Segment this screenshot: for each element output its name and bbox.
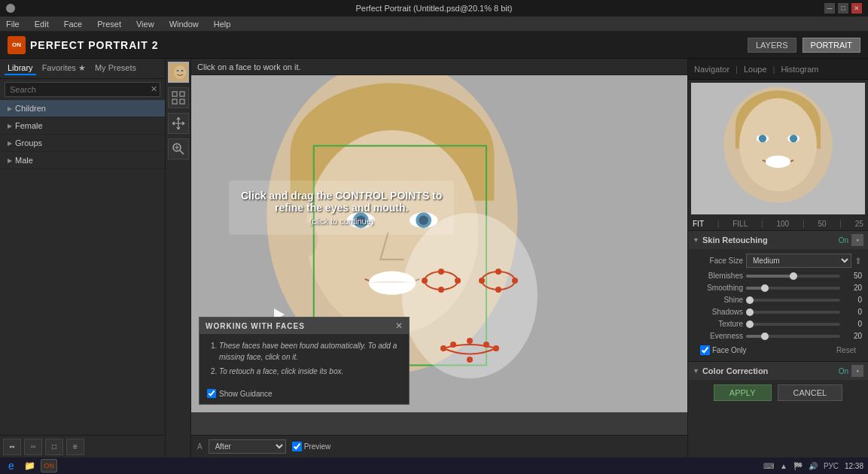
nav-fill-button[interactable]: FILL <box>732 220 748 228</box>
blemishes-label: Blemishes <box>694 272 743 280</box>
skin-retouching-toggle[interactable]: On <box>839 236 848 245</box>
svg-point-29 <box>455 278 461 284</box>
taskbar-app-icon[interactable]: ON <box>41 459 57 472</box>
close-button[interactable]: ✕ <box>851 3 862 14</box>
svg-rect-5 <box>180 92 184 96</box>
preview-toggle[interactable]: Preview <box>292 442 331 451</box>
section-collapse-icon: ▼ <box>693 367 699 375</box>
texture-slider[interactable] <box>746 323 840 326</box>
smoothing-slider[interactable] <box>746 287 840 290</box>
grid-small-button[interactable]: ▪▪ <box>3 439 21 455</box>
svg-point-37 <box>440 345 446 351</box>
list-view-button[interactable]: ≡ <box>66 439 84 455</box>
view-dropdown[interactable]: After Before Split Side by Side <box>209 439 286 454</box>
face-only-checkbox-container[interactable]: Face Only <box>700 345 747 355</box>
nav-100-button[interactable]: 100 <box>776 220 789 228</box>
tab-library[interactable]: Library <box>5 62 36 75</box>
arrow-icon: ▶ <box>8 157 12 164</box>
menu-edit[interactable]: Edit <box>32 20 52 29</box>
taskbar: e 📁 ON ⌨ ▲ 🏁 🔊 РУС 12:38 <box>0 457 868 474</box>
sidebar-item-male[interactable]: ▶ Male <box>0 152 165 169</box>
svg-point-3 <box>181 70 183 71</box>
nav-25-button[interactable]: 25 <box>855 220 863 228</box>
histogram-link[interactable]: Histogram <box>781 65 818 74</box>
sidebar-item-groups[interactable]: ▶ Groups <box>0 135 165 152</box>
canvas-container[interactable]: Click and drag the CONTROL POINTS to ref… <box>191 75 687 435</box>
face-thumbnail[interactable] <box>168 62 189 83</box>
svg-point-35 <box>495 269 501 275</box>
instruction-overlay[interactable]: Click and drag the CONTROL POINTS to ref… <box>229 181 454 235</box>
loupe-link[interactable]: Loupe <box>744 65 767 74</box>
svg-point-49 <box>759 135 766 142</box>
svg-point-34 <box>512 278 518 284</box>
portrait-button[interactable]: PORTRAIT <box>803 38 860 53</box>
menu-preset[interactable]: Preset <box>94 20 124 29</box>
color-correction-toggle[interactable]: On <box>839 367 848 375</box>
svg-point-51 <box>790 135 797 142</box>
skin-retouching-header[interactable]: ▼ Skin Retouching On ▪ <box>688 231 868 249</box>
taskbar-ie-icon[interactable]: e <box>5 459 18 472</box>
apply-button[interactable]: APPLY <box>714 384 772 401</box>
face-only-checkbox[interactable] <box>700 345 710 355</box>
tab-my-presets[interactable]: My Presets <box>92 62 139 75</box>
app-header: ON PERFECT PORTRAIT 2 LAYERS PORTRAIT <box>0 32 868 59</box>
instruction-line1: Click and drag the CONTROL POINTS to <box>241 190 442 202</box>
taskbar-apps: e 📁 ON <box>5 459 57 472</box>
grid-large-button[interactable]: □ <box>45 439 63 455</box>
search-clear-button[interactable]: ✕ <box>151 84 157 94</box>
left-sidebar: Library Favorites ★ My Presets ✕ ▶ Child… <box>0 59 166 457</box>
nav-fit-button[interactable]: FIT <box>693 220 704 228</box>
sidebar-item-female[interactable]: ▶ Female <box>0 117 165 135</box>
view-label: A <box>197 442 203 451</box>
blemishes-slider[interactable] <box>746 275 840 278</box>
tab-favorites[interactable]: Favorites ★ <box>39 62 89 75</box>
svg-point-40 <box>467 357 473 363</box>
shine-slider[interactable] <box>746 299 840 302</box>
window-title: Perfect Portrait (Untitled.psd@20.1% 8 b… <box>355 4 512 13</box>
face-only-label: Face Only <box>712 346 747 354</box>
reset-button[interactable]: Reset <box>836 346 856 354</box>
color-correction-footer: APPLY CANCEL <box>688 380 868 406</box>
color-correction-section: ▼ Color Correction On ▪ APPLY CANCEL <box>688 361 868 406</box>
color-correction-menu-icon[interactable]: ▪ <box>851 365 863 377</box>
sidebar-item-children[interactable]: ▶ Children <box>0 100 165 117</box>
preview-label: Preview <box>304 442 331 451</box>
canvas-hint: Click on a face to work on it. <box>197 62 301 71</box>
maximize-button[interactable]: □ <box>838 3 848 14</box>
search-input[interactable] <box>5 82 160 97</box>
main-layout: Library Favorites ★ My Presets ✕ ▶ Child… <box>0 59 868 457</box>
move-tool[interactable] <box>168 113 189 134</box>
menu-window[interactable]: Window <box>166 20 202 29</box>
grid-medium-button[interactable]: ▫▫ <box>24 439 42 455</box>
taskbar-folder-icon[interactable]: 📁 <box>23 459 36 472</box>
dialog-title: WORKING WITH FACES <box>206 322 305 330</box>
minimize-button[interactable]: ─ <box>824 3 835 14</box>
shine-label: Shine <box>694 296 743 304</box>
zoom-tool[interactable] <box>168 138 189 160</box>
show-guidance-checkbox[interactable] <box>207 389 216 398</box>
face-only-row: Face Only Reset <box>694 344 862 357</box>
menu-help[interactable]: Help <box>211 20 234 29</box>
nav-50-button[interactable]: 50 <box>818 220 826 228</box>
close-btn[interactable]: ● <box>6 4 15 13</box>
menu-face[interactable]: Face <box>61 20 85 29</box>
skin-retouching-menu-icon[interactable]: ▪ <box>851 234 863 246</box>
category-label: Groups <box>15 138 42 147</box>
menu-view[interactable]: View <box>133 20 157 29</box>
app-name: PERFECT PORTRAIT 2 <box>30 39 158 51</box>
shadows-slider[interactable] <box>746 311 840 314</box>
svg-point-52 <box>766 156 790 168</box>
preview-checkbox[interactable] <box>292 442 302 451</box>
cancel-button[interactable]: CANCEL <box>778 384 843 401</box>
dialog-close-button[interactable]: ✕ <box>395 321 403 331</box>
face-size-dropdown[interactable]: Medium Small Large <box>746 254 851 268</box>
menu-file[interactable]: File <box>3 20 23 29</box>
face-detect-tool[interactable] <box>168 87 189 108</box>
evenness-slider[interactable] <box>746 335 840 338</box>
color-correction-header[interactable]: ▼ Color Correction On ▪ <box>688 362 868 380</box>
app-logo: ON PERFECT PORTRAIT 2 <box>8 36 158 54</box>
dialog-header: WORKING WITH FACES ✕ <box>199 318 409 334</box>
menu-bar: File Edit Face Preset View Window Help <box>0 17 868 32</box>
layers-button[interactable]: LAYERS <box>748 38 796 53</box>
svg-point-31 <box>438 287 444 293</box>
